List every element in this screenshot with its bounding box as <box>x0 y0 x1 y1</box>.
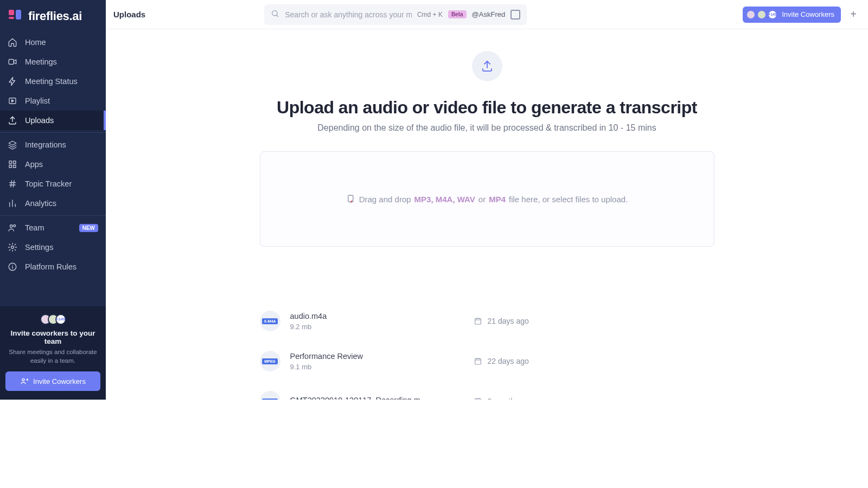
hash-icon <box>8 179 17 189</box>
file-type-icon: X-M4A <box>260 391 280 400</box>
content: Upload an audio or video file to generat… <box>106 29 868 400</box>
sidebar-item-label: Platform Rules <box>25 262 98 271</box>
home-icon <box>8 37 17 47</box>
sidebar-item-label: Analytics <box>25 199 98 208</box>
svg-point-16 <box>351 201 352 202</box>
logo-icon <box>8 9 23 24</box>
bolt-icon <box>8 76 17 86</box>
avatar-stack: +149 <box>5 314 100 325</box>
layers-icon <box>8 140 17 150</box>
dropzone[interactable]: Drag and drop MP3, M4A, WAV or MP4 file … <box>260 151 714 247</box>
svg-point-9 <box>10 225 13 228</box>
svg-rect-1 <box>9 17 14 19</box>
search-bar[interactable]: Cmd + K Beta @AskFred <box>264 4 527 25</box>
drop-text: Drag and drop <box>359 195 411 204</box>
sidebar-item-label: Home <box>25 38 98 47</box>
file-name: audio.m4a <box>290 312 464 320</box>
sidebar-item-label: Topic Tracker <box>25 179 98 188</box>
svg-rect-18 <box>475 358 481 364</box>
hero-title: Upload an audio or video file to generat… <box>106 98 868 118</box>
svg-rect-2 <box>16 10 21 20</box>
sidebar-invite-panel: +149 Invite coworkers to your team Share… <box>0 306 106 400</box>
svg-rect-19 <box>475 399 481 400</box>
sidebar-item-topic-tracker[interactable]: Topic Tracker <box>0 174 106 194</box>
invite-subtitle: Share meetings and collaborate easily in… <box>5 348 100 365</box>
svg-rect-6 <box>14 161 16 164</box>
sidebar-item-settings[interactable]: Settings <box>0 237 106 257</box>
sidebar-item-home[interactable]: Home <box>0 33 106 52</box>
sidebar-item-apps[interactable]: Apps <box>0 155 106 174</box>
uploaded-files-list: X-M4A audio.m4a 9.2 mb 21 days ago MPEG … <box>260 301 714 400</box>
new-badge: NEW <box>79 224 98 232</box>
svg-rect-8 <box>14 165 16 168</box>
grid-icon <box>8 159 17 169</box>
sidebar-item-label: Settings <box>25 243 98 252</box>
video-icon <box>8 57 17 67</box>
bars-icon <box>8 198 17 208</box>
nav: HomeMeetingsMeeting StatusPlaylistUpload… <box>0 33 106 277</box>
upload-icon <box>8 115 17 125</box>
search-input[interactable] <box>285 10 412 19</box>
file-date: 21 days ago <box>474 317 529 325</box>
sidebar-item-label: Meetings <box>25 57 98 66</box>
sidebar-item-label: Playlist <box>25 97 98 105</box>
file-row[interactable]: X-M4A audio.m4a 9.2 mb 21 days ago <box>260 301 714 341</box>
file-type-icon: X-M4A <box>260 311 280 331</box>
invite-coworkers-pill[interactable]: +149 Invite Coworkers <box>743 7 841 23</box>
sidebar-item-uploads[interactable]: Uploads <box>0 111 106 130</box>
gear-icon <box>8 242 17 252</box>
sidebar-item-playlist[interactable]: Playlist <box>0 91 106 111</box>
svg-point-14 <box>272 10 277 15</box>
brand-logo[interactable]: fireflies.ai <box>0 0 106 33</box>
hero-subtitle: Depending on the size of the audio file,… <box>106 123 868 133</box>
file-row[interactable]: X-M4A GMT20230919-120117_Recording.m... … <box>260 381 714 400</box>
sidebar-item-label: Team <box>25 223 72 232</box>
topbar: Uploads Cmd + K Beta @AskFred +149 Invit… <box>106 0 868 29</box>
search-icon <box>271 9 279 20</box>
sidebar-item-meetings[interactable]: Meetings <box>0 52 106 72</box>
invite-title: Invite coworkers to your team <box>5 329 100 345</box>
sidebar-item-meeting-status[interactable]: Meeting Status <box>0 72 106 91</box>
svg-point-13 <box>22 378 24 381</box>
sidebar-item-label: Meeting Status <box>25 77 98 86</box>
square-icon[interactable] <box>510 10 520 20</box>
svg-point-10 <box>14 224 16 227</box>
askfred-label: @AskFred <box>472 10 506 18</box>
file-size: 9.2 mb <box>290 323 464 331</box>
team-icon <box>8 223 17 233</box>
brand-name: fireflies.ai <box>28 9 82 23</box>
playlist-icon <box>8 96 17 106</box>
sidebar: fireflies.ai HomeMeetingsMeeting StatusP… <box>0 0 106 400</box>
file-size: 9.1 mb <box>290 363 464 371</box>
drop-formats: MP3, M4A, WAV <box>414 195 475 204</box>
file-name: Performance Review <box>290 352 464 361</box>
sidebar-item-label: Apps <box>25 160 98 169</box>
sidebar-item-platform-rules[interactable]: Platform Rules <box>0 257 106 277</box>
invite-coworkers-button[interactable]: Invite Coworkers <box>5 371 100 391</box>
sidebar-item-label: Integrations <box>25 140 98 149</box>
sidebar-item-analytics[interactable]: Analytics <box>0 194 106 213</box>
sidebar-item-label: Uploads <box>25 116 98 125</box>
file-row[interactable]: MPEG Performance Review 9.1 mb 22 days a… <box>260 341 714 381</box>
upload-icon <box>472 51 502 81</box>
file-date: 2 months ago <box>474 397 534 400</box>
svg-rect-17 <box>475 318 481 324</box>
page-title: Uploads <box>113 10 145 19</box>
svg-rect-5 <box>9 161 12 164</box>
sidebar-item-integrations[interactable]: Integrations <box>0 135 106 155</box>
file-type-icon: MPEG <box>260 351 280 371</box>
svg-rect-0 <box>9 10 14 15</box>
beta-badge: Beta <box>448 10 467 18</box>
upload-hero: Upload an audio or video file to generat… <box>106 51 868 247</box>
info-icon <box>8 262 17 272</box>
file-date: 22 days ago <box>474 357 529 365</box>
drop-formats2: MP4 <box>489 195 506 204</box>
svg-point-11 <box>11 246 14 249</box>
svg-rect-3 <box>9 60 14 65</box>
file-name: GMT20230919-120117_Recording.m... <box>290 396 464 400</box>
kbd-hint: Cmd + K <box>417 11 443 18</box>
svg-rect-7 <box>9 165 12 168</box>
add-button[interactable]: + <box>846 8 860 22</box>
main: Uploads Cmd + K Beta @AskFred +149 Invit… <box>106 0 868 400</box>
sidebar-item-team[interactable]: TeamNEW <box>0 218 106 237</box>
